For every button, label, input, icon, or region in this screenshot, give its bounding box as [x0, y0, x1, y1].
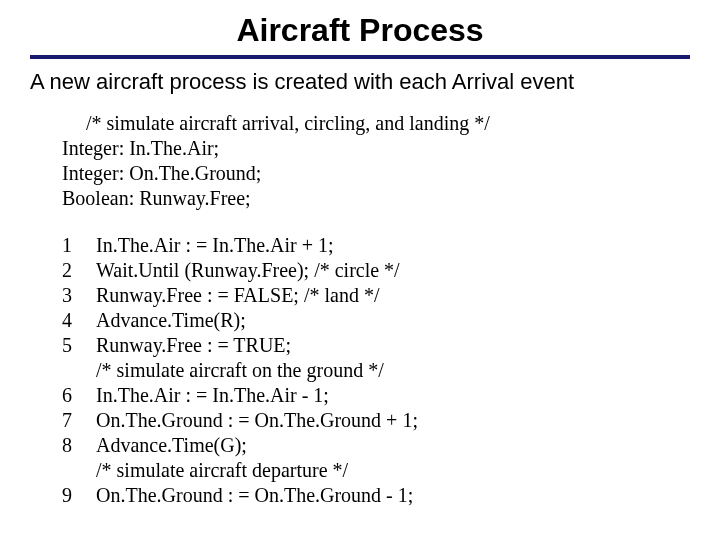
line-number: 6: [62, 383, 96, 408]
code-row: 2 Wait.Until (Runway.Free); /* circle */: [62, 258, 418, 283]
code-row: 7 On.The.Ground : = On.The.Ground + 1;: [62, 408, 418, 433]
decl-line: Boolean: Runway.Free;: [62, 186, 690, 211]
slide: Aircraft Process A new aircraft process …: [0, 0, 720, 540]
code-text: /* simulate aircraft on the ground */: [96, 358, 418, 383]
line-number: [62, 458, 96, 483]
line-number: 5: [62, 333, 96, 358]
decl-line: Integer: On.The.Ground;: [62, 161, 690, 186]
code-text: On.The.Ground : = On.The.Ground - 1;: [96, 483, 418, 508]
code-text: On.The.Ground : = On.The.Ground + 1;: [96, 408, 418, 433]
decl-comment: /* simulate aircraft arrival, circling, …: [86, 111, 690, 136]
line-number: 8: [62, 433, 96, 458]
code-row: /* simulate aircraft departure */: [62, 458, 418, 483]
code-block: 1 In.The.Air : = In.The.Air + 1; 2 Wait.…: [62, 233, 418, 508]
declarations-block: /* simulate aircraft arrival, circling, …: [62, 111, 690, 211]
code-text: Runway.Free : = FALSE; /* land */: [96, 283, 418, 308]
line-number: 7: [62, 408, 96, 433]
page-title: Aircraft Process: [30, 10, 690, 55]
code-text: Advance.Time(R);: [96, 308, 418, 333]
code-text: In.The.Air : = In.The.Air + 1;: [96, 233, 418, 258]
decl-line: Integer: In.The.Air;: [62, 136, 690, 161]
code-row: 5 Runway.Free : = TRUE;: [62, 333, 418, 358]
code-row: /* simulate aircraft on the ground */: [62, 358, 418, 383]
line-number: [62, 358, 96, 383]
line-number: 3: [62, 283, 96, 308]
code-row: 1 In.The.Air : = In.The.Air + 1;: [62, 233, 418, 258]
line-number: 4: [62, 308, 96, 333]
code-text: Wait.Until (Runway.Free); /* circle */: [96, 258, 418, 283]
code-text: Runway.Free : = TRUE;: [96, 333, 418, 358]
code-row: 9 On.The.Ground : = On.The.Ground - 1;: [62, 483, 418, 508]
code-row: 6 In.The.Air : = In.The.Air - 1;: [62, 383, 418, 408]
code-text: /* simulate aircraft departure */: [96, 458, 418, 483]
subtitle: A new aircraft process is created with e…: [30, 69, 690, 95]
line-number: 2: [62, 258, 96, 283]
line-number: 9: [62, 483, 96, 508]
code-row: 4 Advance.Time(R);: [62, 308, 418, 333]
code-text: Advance.Time(G);: [96, 433, 418, 458]
code-row: 3 Runway.Free : = FALSE; /* land */: [62, 283, 418, 308]
code-text: In.The.Air : = In.The.Air - 1;: [96, 383, 418, 408]
title-underline: [30, 55, 690, 59]
code-row: 8 Advance.Time(G);: [62, 433, 418, 458]
line-number: 1: [62, 233, 96, 258]
